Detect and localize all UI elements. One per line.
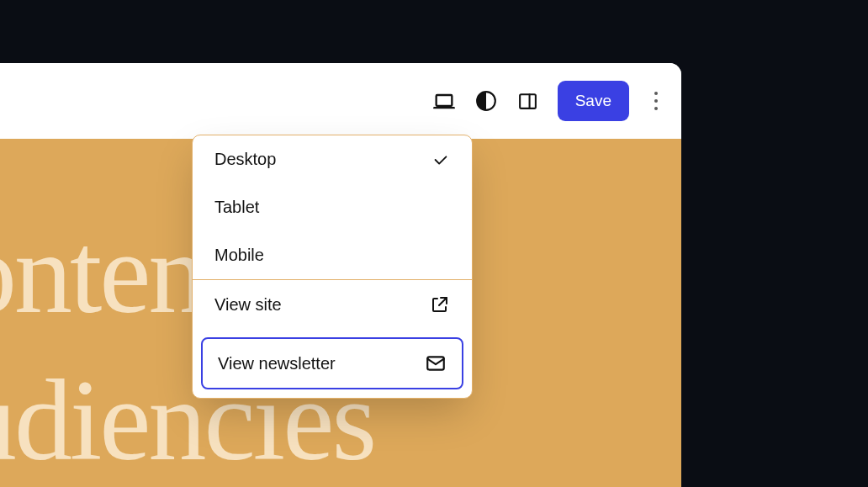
save-button[interactable]: Save bbox=[558, 81, 629, 121]
device-option-label: Mobile bbox=[214, 246, 264, 265]
device-option-label: Tablet bbox=[214, 198, 259, 217]
device-option-tablet[interactable]: Tablet bbox=[193, 183, 472, 231]
contrast-circle-icon[interactable] bbox=[474, 88, 499, 114]
view-newsletter-action[interactable]: View newsletter bbox=[201, 337, 463, 389]
panel-split-icon[interactable] bbox=[516, 88, 541, 114]
check-icon bbox=[431, 151, 450, 169]
device-option-label: Desktop bbox=[214, 150, 276, 169]
external-link-icon bbox=[430, 294, 450, 315]
svg-rect-0 bbox=[436, 95, 452, 106]
action-label: View site bbox=[214, 295, 282, 315]
more-options-icon[interactable] bbox=[646, 92, 666, 110]
device-option-desktop[interactable]: Desktop bbox=[193, 135, 472, 183]
preview-dropdown: Desktop Tablet Mobile View site View new… bbox=[192, 135, 473, 399]
svg-rect-2 bbox=[520, 94, 536, 109]
device-option-mobile[interactable]: Mobile bbox=[193, 231, 472, 279]
device-laptop-icon[interactable] bbox=[431, 88, 457, 114]
toolbar: Save bbox=[0, 63, 681, 139]
action-label: View newsletter bbox=[218, 354, 336, 373]
view-site-action[interactable]: View site bbox=[193, 280, 472, 329]
mail-icon bbox=[425, 352, 447, 374]
